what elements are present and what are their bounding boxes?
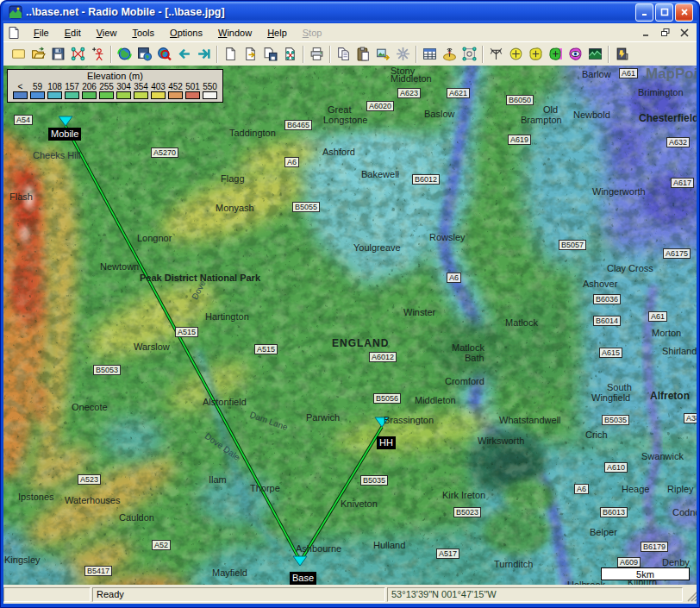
map-search-icon[interactable] bbox=[154, 44, 174, 65]
copy-icon[interactable] bbox=[334, 44, 353, 65]
menu-help[interactable]: Help bbox=[259, 25, 295, 41]
map-label: Matlock bbox=[452, 343, 484, 353]
map-label: MapPoint bbox=[646, 69, 697, 78]
map-label: Cromford bbox=[445, 377, 484, 386]
toolbar-separator bbox=[482, 46, 484, 63]
road-badge: B5057 bbox=[559, 240, 586, 250]
resize-grip[interactable] bbox=[684, 587, 697, 602]
map-label: Waterhouses bbox=[65, 496, 120, 505]
road-badge: A38 bbox=[684, 413, 697, 423]
road-badge: A6 bbox=[284, 157, 299, 167]
road-badge: A5270 bbox=[151, 147, 178, 158]
coverage-combined-icon[interactable] bbox=[526, 44, 546, 65]
toolbar bbox=[3, 41, 697, 66]
road-badge: B6050 bbox=[506, 95, 534, 105]
open-network-icon[interactable] bbox=[28, 44, 48, 65]
draw-links-icon[interactable] bbox=[280, 44, 300, 65]
export-picture-icon[interactable] bbox=[373, 44, 393, 65]
coverage-dual-icon[interactable] bbox=[546, 44, 566, 65]
menu-view[interactable]: View bbox=[89, 25, 125, 41]
world-map-icon[interactable] bbox=[115, 44, 134, 65]
road-badge: A515 bbox=[254, 344, 278, 354]
legend-entry: 206 bbox=[82, 82, 97, 99]
elevation-view-icon[interactable] bbox=[585, 44, 605, 65]
map-label: Brimington bbox=[638, 88, 684, 97]
open-picture-icon[interactable] bbox=[241, 44, 260, 65]
map-label: Kniveton bbox=[341, 499, 378, 509]
map-label: Dam Lane bbox=[248, 410, 289, 432]
unit-label: HH bbox=[377, 436, 396, 449]
close-button[interactable] bbox=[675, 3, 693, 22]
visual-coverage-icon[interactable] bbox=[566, 44, 585, 65]
road-badge: B5055 bbox=[292, 202, 320, 212]
map-label: Ashbourne bbox=[296, 544, 341, 554]
map-label: Ipstones bbox=[18, 492, 54, 502]
menu-tools[interactable]: Tools bbox=[124, 25, 162, 41]
menu-window[interactable]: Window bbox=[210, 25, 259, 41]
map-label: Dove Dale bbox=[203, 431, 242, 462]
save-map-icon[interactable] bbox=[134, 44, 154, 65]
new-network-icon[interactable] bbox=[9, 44, 28, 65]
save-network-icon[interactable] bbox=[48, 44, 68, 65]
unit-label: Base bbox=[290, 572, 316, 585]
table-icon[interactable] bbox=[420, 44, 440, 65]
road-badge: B6036 bbox=[593, 294, 621, 304]
mdi-close-button[interactable] bbox=[678, 27, 691, 39]
legend-entry: 501 bbox=[185, 82, 200, 99]
titlebar[interactable]: ..\base.net - Radio Mobile - [..\base.jp… bbox=[3, 2, 697, 22]
legend-entry: 255 bbox=[99, 82, 114, 99]
map-label: Ashford bbox=[322, 147, 355, 157]
toolbar-separator bbox=[608, 46, 609, 63]
map-label: Heage bbox=[622, 485, 649, 494]
map-label: Great bbox=[328, 105, 352, 115]
map-view[interactable]: StonyMiddletonBarlowBrimingtonChesterfie… bbox=[3, 66, 697, 585]
road-badge: A6 bbox=[447, 273, 461, 283]
back-icon[interactable] bbox=[174, 44, 194, 65]
map-label: Brampton bbox=[521, 116, 562, 125]
map-label: Newtown bbox=[100, 262, 139, 272]
menu-file[interactable]: File bbox=[26, 25, 57, 41]
map-label: Longstone bbox=[323, 116, 367, 125]
forward-icon[interactable] bbox=[194, 44, 214, 65]
map-label: Brassington bbox=[384, 416, 434, 425]
map-label: Baslow bbox=[424, 110, 454, 119]
map-label: Longnor bbox=[137, 234, 172, 243]
find-best-site-icon[interactable] bbox=[612, 44, 632, 65]
document-icon[interactable] bbox=[7, 26, 21, 40]
menu-options[interactable]: Options bbox=[162, 25, 210, 41]
unit-properties-icon[interactable] bbox=[88, 44, 108, 65]
new-picture-icon[interactable] bbox=[221, 44, 241, 65]
map-label: Rowsley bbox=[429, 233, 466, 242]
mdi-minimize-button[interactable] bbox=[640, 27, 653, 39]
polygon-icon[interactable] bbox=[459, 44, 479, 65]
map-label: Alstonfield bbox=[203, 398, 247, 407]
toolbar-separator bbox=[329, 46, 331, 63]
road-badge: A515 bbox=[175, 327, 198, 337]
road-badge: A609 bbox=[617, 557, 641, 567]
menu-edit[interactable]: Edit bbox=[57, 25, 89, 41]
site-properties-icon[interactable] bbox=[440, 44, 459, 65]
coverage-circle-icon[interactable] bbox=[506, 44, 526, 65]
map-label: Denby bbox=[662, 558, 690, 567]
antenna-pattern-icon[interactable] bbox=[486, 44, 506, 65]
print-icon[interactable] bbox=[307, 44, 327, 65]
minimize-button[interactable] bbox=[635, 3, 653, 22]
road-badge: A6175 bbox=[663, 248, 691, 259]
mdi-restore-button[interactable] bbox=[659, 27, 672, 39]
map-label: Ilam bbox=[209, 475, 227, 485]
road-badge: A523 bbox=[78, 474, 101, 485]
road-badge: B6013 bbox=[600, 507, 628, 517]
road-badge: A517 bbox=[436, 548, 459, 559]
road-badge: B6012 bbox=[412, 174, 440, 185]
paste-icon[interactable] bbox=[353, 44, 373, 65]
network-properties-icon[interactable] bbox=[68, 44, 88, 65]
map-label: Kingsley bbox=[4, 555, 41, 565]
save-picture-icon[interactable] bbox=[260, 44, 280, 65]
map-scale: 5km bbox=[601, 567, 690, 580]
road-badge: A610 bbox=[604, 462, 628, 473]
merge-pictures-icon[interactable] bbox=[393, 44, 413, 65]
maximize-button[interactable] bbox=[655, 3, 673, 22]
road-badge: B6465 bbox=[284, 120, 312, 130]
map-label: Matlock bbox=[505, 318, 538, 328]
map-labels: StonyMiddletonBarlowBrimingtonChesterfie… bbox=[3, 66, 697, 585]
